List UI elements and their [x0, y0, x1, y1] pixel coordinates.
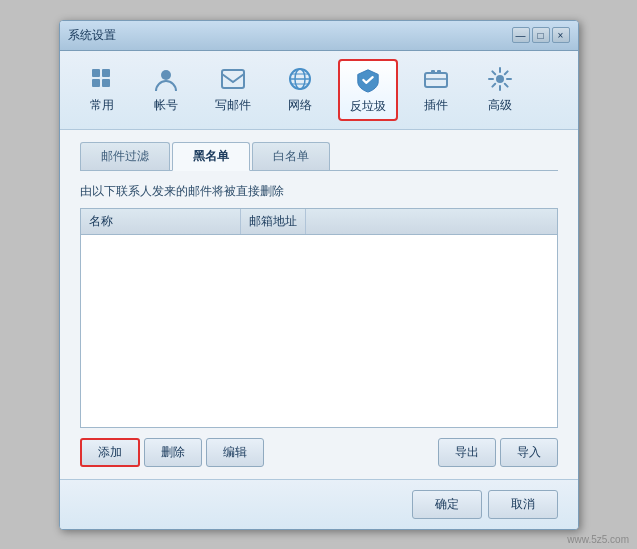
delete-button[interactable]: 删除	[144, 438, 202, 467]
right-buttons: 导出 导入	[438, 438, 558, 467]
svg-rect-13	[437, 70, 441, 74]
window-controls: — □ ×	[512, 27, 570, 43]
svg-point-15	[496, 75, 504, 83]
maximize-button[interactable]: □	[532, 27, 550, 43]
tab-filter[interactable]: 邮件过滤	[80, 142, 170, 170]
window-title: 系统设置	[68, 27, 116, 44]
toolbar-item-compose[interactable]: 写邮件	[204, 59, 262, 121]
advanced-label: 高级	[488, 97, 512, 114]
toolbar-item-plugin[interactable]: 插件	[410, 59, 462, 121]
network-icon	[285, 64, 315, 94]
common-label: 常用	[90, 97, 114, 114]
svg-point-4	[161, 70, 171, 80]
compose-label: 写邮件	[215, 97, 251, 114]
close-button[interactable]: ×	[552, 27, 570, 43]
common-icon	[87, 64, 117, 94]
table-header: 名称 邮箱地址	[81, 209, 557, 235]
title-bar: 系统设置 — □ ×	[60, 21, 578, 51]
advanced-icon	[485, 64, 515, 94]
bottom-bar: 确定 取消	[60, 479, 578, 529]
tab-bar: 邮件过滤 黑名单 白名单	[80, 142, 558, 171]
svg-rect-12	[431, 70, 435, 74]
svg-rect-2	[92, 79, 100, 87]
toolbar-item-common[interactable]: 常用	[76, 59, 128, 121]
account-icon	[151, 64, 181, 94]
toolbar: 常用 帐号 写邮件 网络	[60, 51, 578, 130]
add-button[interactable]: 添加	[80, 438, 140, 467]
cancel-button[interactable]: 取消	[488, 490, 558, 519]
compose-icon	[218, 64, 248, 94]
edit-button[interactable]: 编辑	[206, 438, 264, 467]
network-label: 网络	[288, 97, 312, 114]
minimize-button[interactable]: —	[512, 27, 530, 43]
import-button[interactable]: 导入	[500, 438, 558, 467]
column-header-email: 邮箱地址	[241, 209, 306, 234]
blacklist-table: 名称 邮箱地址	[80, 208, 558, 428]
toolbar-item-advanced[interactable]: 高级	[474, 59, 526, 121]
export-button[interactable]: 导出	[438, 438, 496, 467]
svg-rect-3	[102, 79, 110, 87]
left-buttons: 添加 删除 编辑	[80, 438, 264, 467]
action-buttons: 添加 删除 编辑 导出 导入	[80, 438, 558, 467]
table-body	[81, 235, 557, 415]
tab-whitelist[interactable]: 白名单	[252, 142, 330, 170]
svg-rect-11	[425, 73, 447, 87]
watermark: www.5z5.com	[567, 534, 629, 545]
plugin-icon	[421, 64, 451, 94]
svg-rect-0	[92, 69, 100, 77]
tab-blacklist[interactable]: 黑名单	[172, 142, 250, 171]
plugin-label: 插件	[424, 97, 448, 114]
content-area: 邮件过滤 黑名单 白名单 由以下联系人发来的邮件将被直接删除 名称 邮箱地址 添…	[60, 130, 578, 479]
svg-rect-5	[222, 70, 244, 88]
confirm-button[interactable]: 确定	[412, 490, 482, 519]
main-window: 系统设置 — □ × 常用 帐号 写邮件	[59, 20, 579, 530]
toolbar-item-network[interactable]: 网络	[274, 59, 326, 121]
antispam-label: 反垃圾	[350, 98, 386, 115]
description-text: 由以下联系人发来的邮件将被直接删除	[80, 183, 558, 200]
column-header-name: 名称	[81, 209, 241, 234]
antispam-icon	[353, 65, 383, 95]
svg-rect-1	[102, 69, 110, 77]
toolbar-item-antispam[interactable]: 反垃圾	[338, 59, 398, 121]
toolbar-item-account[interactable]: 帐号	[140, 59, 192, 121]
account-label: 帐号	[154, 97, 178, 114]
